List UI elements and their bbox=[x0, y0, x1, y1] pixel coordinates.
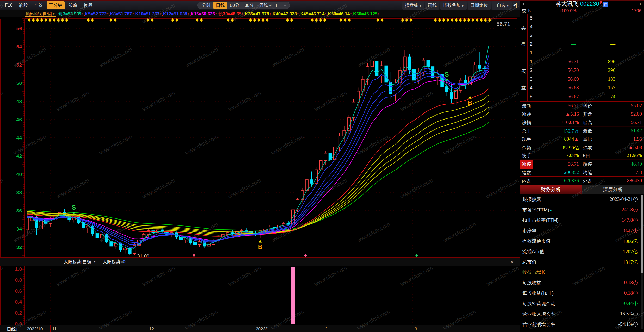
connect-badge: 通 bbox=[603, 2, 608, 7]
time-axis: 日线↓ 2022/1011122023/123 bbox=[0, 325, 520, 332]
bid-price: 56.70 bbox=[559, 67, 587, 73]
candle bbox=[208, 245, 210, 246]
bid-row[interactable]: 556.6774 bbox=[528, 93, 644, 102]
finance-row: 营业收入增长率16.5%3 bbox=[520, 309, 644, 319]
tab-financial-analysis[interactable]: 财务分析 bbox=[520, 185, 582, 194]
period-tab-4[interactable]: 30分 bbox=[242, 2, 257, 9]
period-tab-3[interactable]: 60分 bbox=[227, 2, 242, 9]
close-icon[interactable]: ✕ bbox=[510, 259, 514, 265]
finance-label: 流通A市值 bbox=[522, 248, 544, 255]
ask-side-char: 盘 bbox=[521, 41, 526, 47]
divider bbox=[25, 258, 25, 266]
ask-row[interactable]: 2—— bbox=[528, 40, 644, 49]
menu-item-3[interactable]: 全景 bbox=[32, 1, 45, 9]
candle bbox=[193, 243, 196, 245]
sub-y-label: 0.4 bbox=[15, 299, 22, 305]
stat-label: 量比 bbox=[583, 136, 592, 142]
up-arrow-icon: ↑, bbox=[241, 11, 245, 16]
indicator-subchart[interactable]: 1.00.80.60.40.20.0 bbox=[0, 266, 520, 325]
candle bbox=[320, 161, 322, 170]
y-axis-label: 40 bbox=[16, 172, 22, 177]
ask-row[interactable]: 4—— bbox=[528, 23, 644, 31]
finance-list: 财报披露2023-04-214市盈率(TTM)★241.84扣非市盈率(TTM)… bbox=[520, 194, 644, 332]
main-candlestick-chart[interactable]: 56545250484644424038363432SBSB56.7131.09 bbox=[0, 17, 520, 257]
candle bbox=[96, 234, 99, 238]
ask-row[interactable]: 5—— bbox=[528, 14, 644, 23]
menu-item-2[interactable]: 诊股 bbox=[16, 1, 30, 9]
stat-value: 46.40 bbox=[631, 161, 642, 167]
ma-value: K10=51.367 bbox=[135, 11, 160, 16]
bid-price: 56.67 bbox=[559, 94, 587, 99]
date-label: 2023/1 bbox=[256, 327, 269, 332]
bid-row[interactable]: 356.69183 bbox=[528, 75, 644, 84]
stat-label: 总手 bbox=[522, 128, 531, 134]
finance-value: 1207亿 bbox=[623, 248, 638, 255]
next-stock-button[interactable]: › bbox=[637, 1, 644, 7]
ask-block: 卖盘 5——4——3——2——1—— bbox=[520, 14, 644, 58]
finance-label: 营业利润增长率 bbox=[522, 321, 555, 328]
ma-line-60 bbox=[27, 123, 489, 230]
bid-volume: 896 bbox=[608, 59, 616, 65]
bid-row[interactable]: 456.68157 bbox=[528, 84, 644, 93]
weicha-value: 1706 bbox=[632, 8, 641, 14]
stock-title: 科大讯飞 002230R通 bbox=[527, 0, 636, 8]
candle bbox=[427, 60, 429, 67]
top-red-divider bbox=[0, 0, 644, 1]
bid-side-char: 买 bbox=[521, 68, 526, 74]
stat-label: 最高 bbox=[583, 120, 592, 126]
y-axis-label: 46 bbox=[16, 117, 22, 122]
menu-item-6[interactable]: 换股 bbox=[81, 1, 95, 9]
quote-panel: ‹ 科大讯飞 002230R通 › 委比 +100.0% 1706 卖盘 5——… bbox=[520, 0, 644, 332]
tab-deep-analysis[interactable]: 深度分析 bbox=[582, 185, 644, 194]
sub-y-label: 0.8 bbox=[15, 277, 22, 283]
subchart-indicator-selector[interactable]: 大阳起势[自编] ▼ bbox=[64, 259, 96, 265]
tool-button-5[interactable]: −自选▼ bbox=[492, 1, 512, 10]
period-tab-1[interactable]: 分时 bbox=[199, 2, 213, 9]
ask-row[interactable]: 1—— bbox=[528, 49, 644, 57]
tool-button-3[interactable]: 指数叠加▼ bbox=[440, 1, 467, 10]
stat-value: 21.96% bbox=[627, 153, 642, 158]
stat-label: 金额 bbox=[522, 145, 531, 151]
level-number: 4 bbox=[530, 24, 533, 29]
ma-line-35 bbox=[27, 95, 489, 235]
subchart-formula: 大阳起势=0 bbox=[103, 259, 125, 265]
stat-label: 5日 bbox=[583, 153, 590, 159]
finance-row: 财报披露2023-04-214 bbox=[520, 194, 644, 205]
bid-row[interactable]: 256.70396 bbox=[528, 66, 644, 75]
period-indicator[interactable]: 日线↓ bbox=[7, 326, 18, 332]
menu-item-1[interactable]: F10 bbox=[3, 2, 15, 9]
date-label: 2022/10 bbox=[27, 327, 43, 332]
tool-button-4[interactable]: 日期定位 bbox=[468, 1, 491, 10]
ask-row[interactable]: 3—— bbox=[528, 32, 644, 40]
stat-label: 均笔 bbox=[583, 170, 592, 176]
tool-button-2[interactable]: 画线 bbox=[425, 1, 439, 10]
stat-label: 笔数 bbox=[522, 170, 531, 176]
finance-row: 总市值1317亿 bbox=[520, 257, 644, 267]
ask-side-label: 卖盘 bbox=[520, 14, 528, 58]
diamond-marker bbox=[193, 254, 195, 257]
y-axis-label: 34 bbox=[16, 226, 22, 232]
buy-signal: B bbox=[468, 99, 472, 106]
high-price-label: 56.71 bbox=[497, 21, 510, 27]
period-tab-2[interactable]: 日线 bbox=[213, 2, 227, 9]
menu-item-5[interactable]: 策略 bbox=[66, 1, 80, 9]
report-period-badge: 3 bbox=[633, 280, 638, 285]
menu-item-4[interactable]: 三分钟 bbox=[47, 1, 65, 9]
candle bbox=[408, 57, 411, 70]
ma-line-30 bbox=[27, 89, 489, 236]
collapse-panel-button[interactable]: >| bbox=[513, 2, 516, 8]
zoom-in-button[interactable]: + bbox=[275, 2, 278, 8]
tool-button-1[interactable]: 操盘线▼ bbox=[402, 1, 424, 10]
stock-code: 002230 bbox=[580, 1, 599, 7]
y-axis-label: 44 bbox=[16, 135, 22, 141]
ma-value: K35=47.978 bbox=[245, 11, 269, 16]
chevron-down-icon: ▼ bbox=[419, 4, 422, 7]
bid-row[interactable]: 156.71896 bbox=[528, 58, 644, 67]
zoom-out-button[interactable]: − bbox=[284, 2, 287, 8]
finance-row: 市净率8.273 bbox=[520, 225, 644, 236]
chevron-down-icon: ▼ bbox=[52, 12, 55, 15]
prev-stock-button[interactable]: ‹ bbox=[520, 1, 527, 7]
stat-value: 56.71 bbox=[568, 103, 579, 109]
y-axis-label: 56 bbox=[16, 26, 22, 31]
indicator-selector[interactable]: 顾比均线[自编] ▼ bbox=[25, 11, 56, 17]
